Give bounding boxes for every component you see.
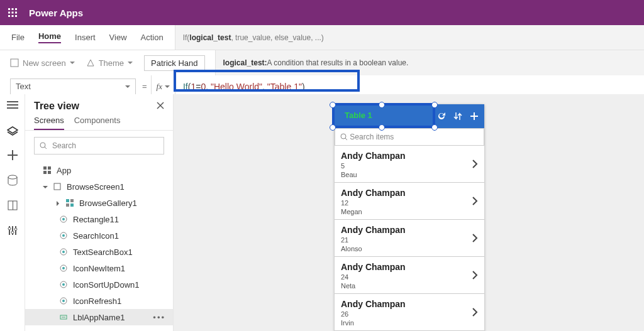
tree-item-label: App xyxy=(57,166,71,175)
sort-icon[interactable] xyxy=(453,111,463,121)
font-selector[interactable]: Patrick Hand xyxy=(144,55,204,71)
tree-item-control[interactable]: IconRefresh1 xyxy=(25,293,173,309)
plus-icon[interactable] xyxy=(469,111,479,121)
waffle-icon[interactable] xyxy=(0,0,25,25)
refresh-icon[interactable] xyxy=(436,111,447,121)
row-number: 5 xyxy=(341,162,472,170)
tok-close: ) xyxy=(302,82,305,92)
chevron-down-icon[interactable] xyxy=(43,182,48,192)
svg-rect-32 xyxy=(70,199,74,202)
tree-item-control[interactable]: IconSortUpDown1 xyxy=(25,276,173,293)
selection-handle[interactable] xyxy=(330,102,336,108)
svg-point-23 xyxy=(14,228,17,231)
chevron-down-icon xyxy=(125,84,130,89)
equals-sign: = xyxy=(142,82,147,91)
chevron-right-icon[interactable] xyxy=(472,307,478,319)
svg-point-43 xyxy=(62,283,65,286)
theme-button[interactable]: Theme xyxy=(86,58,133,68)
tree-search-input[interactable]: Search xyxy=(34,137,164,155)
tok-c1: , xyxy=(206,82,211,92)
hint-bold: logical_test xyxy=(189,33,231,42)
settings-icon[interactable] xyxy=(7,225,18,236)
tree-tab-screens[interactable]: Screens xyxy=(34,116,64,130)
selection-handle[interactable] xyxy=(431,102,438,108)
svg-rect-4 xyxy=(12,12,14,14)
row-subtitle: Alonso xyxy=(341,245,472,252)
svg-rect-2 xyxy=(15,8,17,10)
control-icon xyxy=(59,296,68,305)
canvas[interactable]: Table 1 Search items Andy Champan 5 Beau… xyxy=(174,94,644,331)
list-item[interactable]: Andy Champan 26 Irvin xyxy=(335,294,484,331)
svg-rect-9 xyxy=(11,59,18,67)
tree-list: App BrowseScreen1 BrowseGallery1 Rectang… xyxy=(25,161,173,327)
tok-fn: If xyxy=(183,82,188,92)
font-name: Patrick Hand xyxy=(151,58,197,68)
formula-hint: If(logical_test, true_value, else_value,… xyxy=(175,25,644,50)
hamburger-icon[interactable] xyxy=(7,99,18,111)
svg-rect-50 xyxy=(470,116,478,117)
tok-str2: "Table 1" xyxy=(267,82,302,92)
property-name: Text xyxy=(16,82,31,91)
tree-item-label: BrowseGallery1 xyxy=(79,198,137,208)
chevron-right-icon[interactable] xyxy=(472,233,478,245)
selection-handle[interactable] xyxy=(379,124,385,131)
tree-item-gallery[interactable]: BrowseGallery1 xyxy=(25,195,173,211)
chevron-right-icon[interactable] xyxy=(472,196,478,208)
svg-point-37 xyxy=(62,234,65,237)
new-screen-button[interactable]: New screen xyxy=(10,58,75,68)
chevron-right-icon[interactable] xyxy=(472,159,478,171)
tree-item-app[interactable]: App xyxy=(25,162,173,178)
selection-handle[interactable] xyxy=(330,124,336,131)
svg-line-25 xyxy=(45,147,47,149)
tok-str1: "Hello World" xyxy=(211,82,262,92)
list-item[interactable]: Andy Champan 12 Megan xyxy=(335,183,484,220)
tree-item-control[interactable]: IconNewItem1 xyxy=(25,260,173,276)
control-icon xyxy=(59,264,68,273)
tree-item-label: SearchIcon1 xyxy=(73,231,119,241)
chevron-right-icon[interactable] xyxy=(55,198,60,208)
left-rail xyxy=(0,94,25,331)
svg-rect-17 xyxy=(13,201,13,210)
close-icon[interactable] xyxy=(157,102,164,111)
row-title: Andy Champan xyxy=(341,262,472,272)
more-icon[interactable]: ••• xyxy=(153,313,165,322)
menu-action[interactable]: Action xyxy=(141,33,164,42)
list-item[interactable]: Andy Champan 21 Alonso xyxy=(335,220,484,257)
menu-view[interactable]: View xyxy=(109,33,127,42)
search-icon xyxy=(340,133,348,141)
chevron-right-icon[interactable] xyxy=(472,270,478,282)
media-icon[interactable] xyxy=(7,200,18,211)
tree-item-screen[interactable]: BrowseScreen1 xyxy=(25,178,173,195)
svg-point-35 xyxy=(62,218,65,220)
svg-rect-12 xyxy=(7,107,18,109)
menu-insert[interactable]: Insert xyxy=(75,33,96,42)
tree-tab-components[interactable]: Components xyxy=(74,116,121,130)
property-selector[interactable]: Text xyxy=(10,79,136,95)
row-number: 24 xyxy=(341,273,472,281)
tree-view-icon[interactable] xyxy=(7,124,18,136)
formula-input[interactable]: If(1=0, "Hello World", "Table 1") xyxy=(175,82,305,92)
list-item[interactable]: Andy Champan 5 Beau xyxy=(335,146,484,183)
tree-item-control[interactable]: Rectangle11 xyxy=(25,211,173,227)
list-item[interactable]: Andy Champan 24 Neta xyxy=(335,257,484,294)
menu-file[interactable]: File xyxy=(11,33,25,42)
menu-home[interactable]: Home xyxy=(38,31,61,43)
row-subtitle: Megan xyxy=(341,208,472,215)
row-subtitle: Neta xyxy=(341,282,472,290)
selection-handle[interactable] xyxy=(431,124,438,131)
selection-handle[interactable] xyxy=(379,102,385,108)
preview-search-input[interactable]: Search items xyxy=(335,128,484,146)
row-subtitle: Irvin xyxy=(341,319,472,327)
tree-item-label-selected[interactable]: LblAppName1 ••• xyxy=(25,309,173,325)
svg-rect-5 xyxy=(15,12,17,14)
tree-item-control[interactable]: TextSearchBox1 xyxy=(25,244,173,260)
svg-rect-28 xyxy=(43,171,47,174)
data-icon[interactable] xyxy=(7,175,18,186)
fx-button[interactable]: fx xyxy=(152,77,175,96)
svg-point-51 xyxy=(341,134,346,139)
insert-icon[interactable] xyxy=(7,149,18,161)
lbl-app-name[interactable]: Table 1 xyxy=(345,111,372,120)
tree-item-control[interactable]: SearchIcon1 xyxy=(25,227,173,244)
param-description: logical_test: A condition that results i… xyxy=(215,50,644,75)
svg-rect-34 xyxy=(70,203,74,207)
